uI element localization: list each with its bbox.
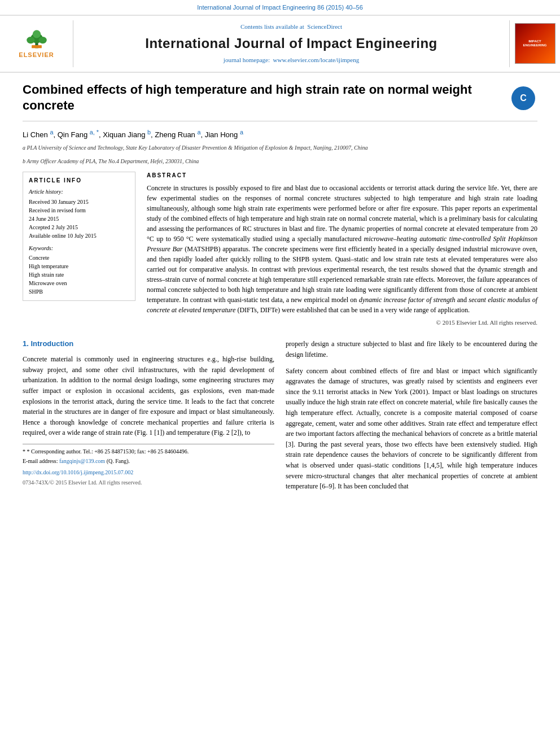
email-address[interactable]: fangqinjs@139.com xyxy=(59,458,107,464)
affiliation-a: a PLA University of Science and Technolo… xyxy=(23,144,537,152)
elsevier-logo: ELSEVIER xyxy=(19,27,54,60)
section-label: Introduction xyxy=(30,339,73,348)
article-info-heading: ARTICLE INFO xyxy=(29,177,129,185)
intro-section-title: 1. Introduction xyxy=(23,339,274,350)
journal-reference-bar: International Journal of Impact Engineer… xyxy=(0,0,560,15)
svg-text:C: C xyxy=(520,93,527,103)
abstract-section: ABSTRACT Concrete in structures is possi… xyxy=(147,172,537,327)
keyword-microwave: Microwave oven xyxy=(29,279,129,287)
email-label: E-mail address: xyxy=(23,458,58,464)
keywords-label: Keywords: xyxy=(29,244,129,253)
body-right-column: properly design a structure subjected to… xyxy=(286,339,537,497)
doi-line[interactable]: http://dx.doi.org/10.1016/j.ijimpeng.201… xyxy=(23,469,274,477)
abstract-column: ABSTRACT Concrete in structures is possi… xyxy=(147,172,537,327)
keyword-concrete: Concrete xyxy=(29,254,129,262)
article-history: Article history: Received 30 January 201… xyxy=(29,188,129,240)
keyword-high-temp: High temperature xyxy=(29,262,129,270)
homepage-line: journal homepage: www.elsevier.com/locat… xyxy=(85,56,498,65)
journal-title-area: Contents lists available at ScienceDirec… xyxy=(73,20,509,67)
journal-cover-image: IMPACTENGINEERING xyxy=(515,23,555,64)
keywords-section: Keywords: Concrete High temperature High… xyxy=(29,244,129,296)
info-abstract-columns: ARTICLE INFO Article history: Received 3… xyxy=(23,172,537,327)
section-number: 1. xyxy=(23,339,29,348)
crossmark-icon: C xyxy=(511,86,535,110)
page: International Journal of Impact Engineer… xyxy=(0,0,560,747)
article-info-column: ARTICLE INFO Article history: Received 3… xyxy=(23,172,135,327)
body-content: 1. Introduction Concrete material is com… xyxy=(23,339,537,497)
crossmark-badge[interactable]: C xyxy=(509,84,537,112)
affiliation-b: b Army Officer Academy of PLA, The No.4 … xyxy=(23,158,537,166)
journal-main-title: International Journal of Impact Engineer… xyxy=(85,34,498,54)
science-direct-prefix: Contents lists available at xyxy=(240,23,304,30)
received-revised-label: Received in revised form xyxy=(29,206,129,215)
intro-paragraph-2: Safety concern about combined effects of… xyxy=(286,366,537,492)
science-direct-line: Contents lists available at ScienceDirec… xyxy=(85,23,498,32)
crossmark-svg: C xyxy=(514,89,532,107)
homepage-link[interactable]: www.elsevier.com/locate/ijimpeng xyxy=(273,56,360,63)
svg-rect-5 xyxy=(32,45,42,48)
journal-ref-text: International Journal of Impact Engineer… xyxy=(197,4,363,11)
issn-line: 0734-743X/© 2015 Elsevier Ltd. All right… xyxy=(23,479,274,487)
corresponding-text: * Corresponding author. Tel.: +86 25 848… xyxy=(27,448,189,455)
keyword-shpb: SHPB xyxy=(29,287,129,296)
journal-header: ELSEVIER Contents lists available at Sci… xyxy=(0,15,560,73)
intro-paragraph-1: Concrete material is commonly used in en… xyxy=(23,354,274,438)
svg-point-3 xyxy=(38,37,46,43)
footnotes: * * Corresponding author. Tel.: +86 25 8… xyxy=(23,444,274,465)
email-suffix: (Q. Fang). xyxy=(107,458,130,464)
footnote-corresponding: * * Corresponding author. Tel.: +86 25 8… xyxy=(23,448,274,456)
accepted-date: Accepted 2 July 2015 xyxy=(29,223,129,231)
journal-cover-area: IMPACTENGINEERING xyxy=(509,20,560,67)
body-two-columns: 1. Introduction Concrete material is com… xyxy=(23,339,537,497)
body-left-column: 1. Introduction Concrete material is com… xyxy=(23,339,274,497)
intro-continuation: properly design a structure subjected to… xyxy=(286,339,537,360)
science-direct-link[interactable]: ScienceDirect xyxy=(307,23,342,30)
available-date: Available online 10 July 2015 xyxy=(29,231,129,240)
abstract-text: Concrete in structures is possibly expos… xyxy=(147,183,537,315)
elsevier-wordmark: ELSEVIER xyxy=(19,51,54,60)
elsevier-tree-icon xyxy=(20,27,54,50)
footnote-email: E-mail address: fangqinjs@139.com (Q. Fa… xyxy=(23,457,274,465)
article-info-box: ARTICLE INFO Article history: Received 3… xyxy=(23,172,135,302)
received-revised-date: 24 June 2015 xyxy=(29,215,129,223)
received-date: Received 30 January 2015 xyxy=(29,198,129,206)
heated-word: heated xyxy=(378,245,396,253)
doi-text[interactable]: http://dx.doi.org/10.1016/j.ijimpeng.201… xyxy=(23,469,133,475)
svg-point-2 xyxy=(27,37,34,43)
article-title: Combined effects of high temperature and… xyxy=(23,82,509,114)
star-symbol: * xyxy=(23,448,27,455)
keyword-high-strain: High strain rate xyxy=(29,270,129,279)
authors-line: Li Chen a, Qin Fang a, *, Xiquan Jiang b… xyxy=(23,128,537,141)
svg-point-4 xyxy=(32,30,40,38)
main-content: Combined effects of high temperature and… xyxy=(0,73,560,509)
copyright-text: © 2015 Elsevier Ltd. All rights reserved… xyxy=(147,318,537,327)
abstract-heading: ABSTRACT xyxy=(147,172,537,180)
history-label: Article history: xyxy=(29,188,129,196)
homepage-prefix: journal homepage: xyxy=(224,56,270,63)
cover-title-text: IMPACTENGINEERING xyxy=(523,40,546,47)
elsevier-logo-area: ELSEVIER xyxy=(0,20,73,67)
article-title-section: Combined effects of high temperature and… xyxy=(23,82,537,121)
